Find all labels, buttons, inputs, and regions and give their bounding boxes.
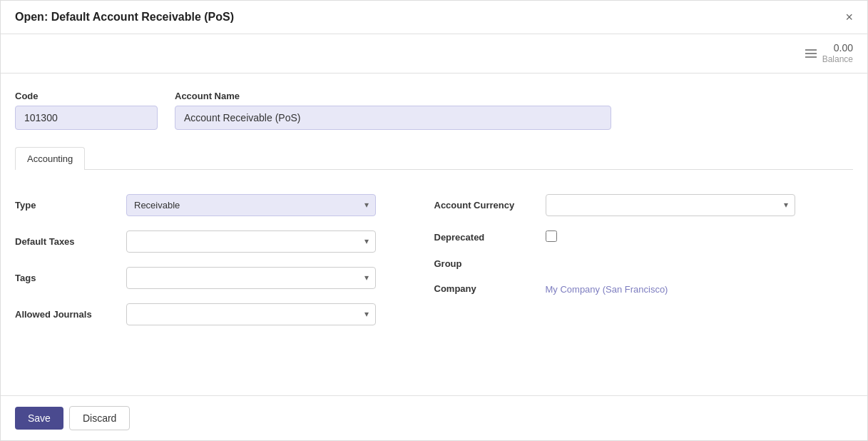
menu-icon	[805, 49, 817, 58]
account-currency-label: Account Currency	[434, 200, 534, 211]
company-label: Company	[434, 283, 534, 294]
type-row: Type Receivable Payable Bank Cash Curren…	[15, 187, 434, 223]
form-left: Type Receivable Payable Bank Cash Curren…	[15, 187, 434, 333]
default-taxes-label: Default Taxes	[15, 236, 115, 247]
allowed-journals-row: Allowed Journals	[15, 296, 434, 333]
group-label: Group	[434, 258, 534, 269]
default-taxes-select-wrapper	[126, 230, 376, 253]
deprecated-label: Deprecated	[434, 232, 534, 243]
form-right: Account Currency Deprecated	[434, 187, 854, 333]
tags-row: Tags	[15, 260, 434, 296]
account-name-label: Account Name	[175, 91, 611, 101]
deprecated-checkbox[interactable]	[546, 230, 557, 242]
form-body: Code Account Name Accounting Type	[1, 74, 867, 395]
tags-select-wrapper	[126, 267, 376, 289]
type-label: Type	[15, 200, 115, 211]
code-label: Code	[15, 91, 158, 101]
group-row: Group	[434, 251, 854, 276]
close-button[interactable]: ×	[845, 11, 853, 24]
save-button[interactable]: Save	[15, 407, 63, 430]
tags-select[interactable]	[126, 267, 376, 289]
balance-label: Balance	[822, 54, 853, 66]
deprecated-row: Deprecated	[434, 223, 854, 251]
account-currency-select-wrapper	[546, 194, 795, 216]
code-field-group: Code	[15, 91, 158, 130]
tabs-bar: Accounting	[15, 147, 853, 170]
company-link[interactable]: My Company (San Francisco)	[546, 284, 668, 295]
account-currency-row: Account Currency	[434, 187, 854, 223]
modal-container: Open: Default Account Receivable (PoS) ×…	[0, 0, 868, 441]
code-name-row: Code Account Name	[15, 91, 853, 130]
code-input[interactable]	[15, 106, 158, 130]
name-field-group: Account Name	[175, 91, 611, 130]
modal-title: Open: Default Account Receivable (PoS)	[15, 11, 234, 24]
allowed-journals-select[interactable]	[126, 303, 376, 325]
default-taxes-select[interactable]	[126, 230, 376, 253]
allowed-journals-label: Allowed Journals	[15, 309, 115, 320]
form-grid: Type Receivable Payable Bank Cash Curren…	[15, 187, 853, 333]
type-select[interactable]: Receivable Payable Bank Cash Current Yea…	[126, 194, 376, 216]
tab-accounting[interactable]: Accounting	[15, 147, 85, 170]
discard-button[interactable]: Discard	[69, 406, 130, 430]
balance-widget: 0.00 Balance	[805, 41, 853, 66]
type-select-wrapper: Receivable Payable Bank Cash Current Yea…	[126, 194, 376, 216]
company-row: Company My Company (San Francisco)	[434, 276, 854, 302]
account-name-input[interactable]	[175, 106, 611, 130]
balance-amount: 0.00	[834, 41, 853, 54]
tags-label: Tags	[15, 273, 115, 283]
default-taxes-row: Default Taxes	[15, 223, 434, 260]
modal-footer: Save Discard	[1, 395, 867, 440]
balance-bar: 0.00 Balance	[1, 34, 867, 74]
allowed-journals-select-wrapper	[126, 303, 376, 325]
account-currency-select[interactable]	[546, 194, 795, 216]
modal-header: Open: Default Account Receivable (PoS) ×	[1, 1, 867, 34]
